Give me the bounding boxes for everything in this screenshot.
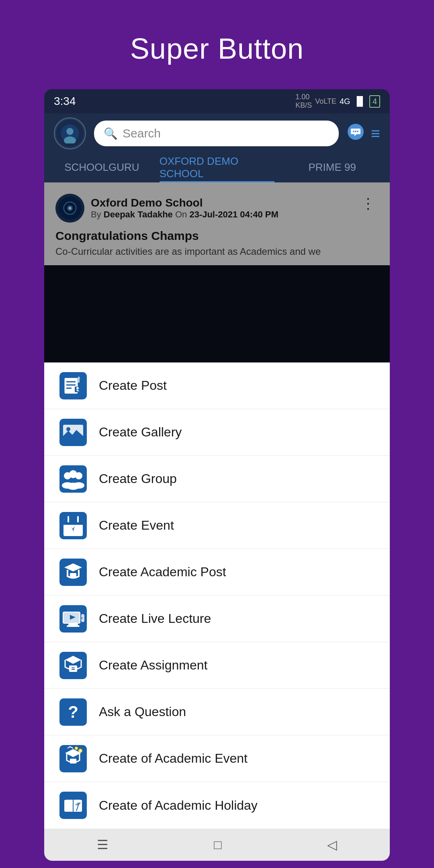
status-time: 3:34: [54, 95, 76, 108]
create-gallery-label: Create Gallery: [99, 425, 182, 440]
create-live-lecture-icon: [59, 604, 88, 633]
tabs-bar: SCHOOLGURU OXFORD DEMO SCHOOL PRIME 99: [44, 154, 390, 182]
header-actions: ≡: [347, 123, 380, 144]
tab-oxford-demo-school[interactable]: OXFORD DEMO SCHOOL: [160, 154, 275, 182]
create-assignment-label: Create Assignment: [99, 658, 207, 673]
nav-back-button[interactable]: ◁: [327, 837, 337, 852]
menu-item-create-academic-holiday[interactable]: Create of Academic Holiday: [44, 782, 390, 829]
svg-rect-36: [59, 559, 87, 586]
avatar-image: [56, 119, 84, 147]
search-bar[interactable]: 🔍 Search: [94, 121, 339, 146]
status-bar: 3:34 1.00KB/S VoLTE 4G ▐▌ 4: [44, 89, 390, 113]
create-group-icon: [59, 465, 88, 493]
menu-item-create-post[interactable]: Create Post: [44, 362, 390, 409]
status-icons: 1.00KB/S VoLTE 4G ▐▌ 4: [295, 93, 380, 110]
create-gallery-icon: [59, 418, 88, 447]
menu-item-create-gallery[interactable]: Create Gallery: [44, 409, 390, 456]
nav-bar: ☰ □ ◁: [44, 829, 390, 861]
svg-point-1: [66, 128, 74, 135]
svg-point-17: [76, 387, 79, 389]
create-academic-event-label: Create of Academic Event: [99, 751, 248, 766]
svg-rect-43: [67, 625, 80, 627]
search-input-label: Search: [123, 127, 161, 140]
svg-point-5: [355, 131, 356, 132]
menu-item-create-event[interactable]: Create Event: [44, 502, 390, 549]
signal-4g: 4G: [340, 97, 350, 106]
bottom-sheet-menu: Create Post Create Gallery: [44, 362, 390, 829]
tab-schoolguru[interactable]: SCHOOLGURU: [44, 154, 160, 182]
svg-rect-53: [70, 759, 76, 764]
create-post-icon: [59, 371, 88, 400]
signal-bars: ▐▌: [354, 96, 366, 106]
user-avatar[interactable]: [54, 117, 86, 149]
nav-menu-button[interactable]: ☰: [97, 837, 108, 852]
hamburger-menu-icon[interactable]: ≡: [371, 125, 380, 143]
menu-item-create-academic-event[interactable]: Create of Academic Event: [44, 735, 390, 782]
create-event-icon: [59, 511, 88, 540]
chat-icon[interactable]: [347, 123, 364, 144]
svg-point-29: [67, 483, 80, 490]
create-academic-holiday-label: Create of Academic Holiday: [99, 798, 258, 813]
svg-rect-37: [70, 573, 76, 578]
menu-item-create-academic-post[interactable]: Create Academic Post: [44, 549, 390, 596]
page-title: Super Button: [130, 32, 304, 65]
svg-rect-33: [63, 522, 83, 525]
create-academic-post-icon: [59, 558, 88, 587]
menu-item-create-assignment[interactable]: Create Assignment: [44, 642, 390, 689]
app-header: 🔍 Search ≡: [44, 113, 390, 154]
search-icon: 🔍: [104, 127, 118, 140]
create-academic-event-icon: [59, 744, 88, 773]
ask-question-label: Ask a Question: [99, 704, 186, 719]
menu-item-create-live-lecture[interactable]: Create Live Lecture: [44, 596, 390, 642]
create-group-label: Create Group: [99, 471, 177, 486]
create-academic-holiday-icon: [59, 791, 88, 820]
svg-text:?: ?: [68, 702, 78, 721]
svg-point-26: [69, 470, 77, 478]
svg-point-6: [357, 131, 358, 132]
svg-rect-47: [69, 665, 77, 672]
menu-item-create-group[interactable]: Create Group: [44, 456, 390, 502]
create-event-label: Create Event: [99, 518, 174, 533]
phone-frame: 3:34 1.00KB/S VoLTE 4G ▐▌ 4 🔍 Search: [44, 89, 390, 861]
data-speed: 1.00KB/S: [295, 93, 312, 110]
create-post-label: Create Post: [99, 378, 167, 393]
nav-home-button[interactable]: □: [214, 837, 221, 852]
ask-question-icon: ?: [59, 698, 88, 727]
tab-prime99[interactable]: PRIME 99: [274, 154, 390, 182]
battery-icon: 4: [369, 95, 380, 108]
create-assignment-icon: [59, 651, 88, 680]
svg-point-4: [353, 131, 354, 132]
create-academic-post-label: Create Academic Post: [99, 565, 226, 579]
content-area: Oxford Demo School By Deepak Tadakhe On …: [44, 182, 390, 829]
menu-item-ask-question[interactable]: ? Ask a Question: [44, 689, 390, 735]
volte-icon: VoLTE: [315, 97, 336, 106]
svg-point-21: [66, 427, 70, 431]
create-live-lecture-label: Create Live Lecture: [99, 611, 211, 626]
